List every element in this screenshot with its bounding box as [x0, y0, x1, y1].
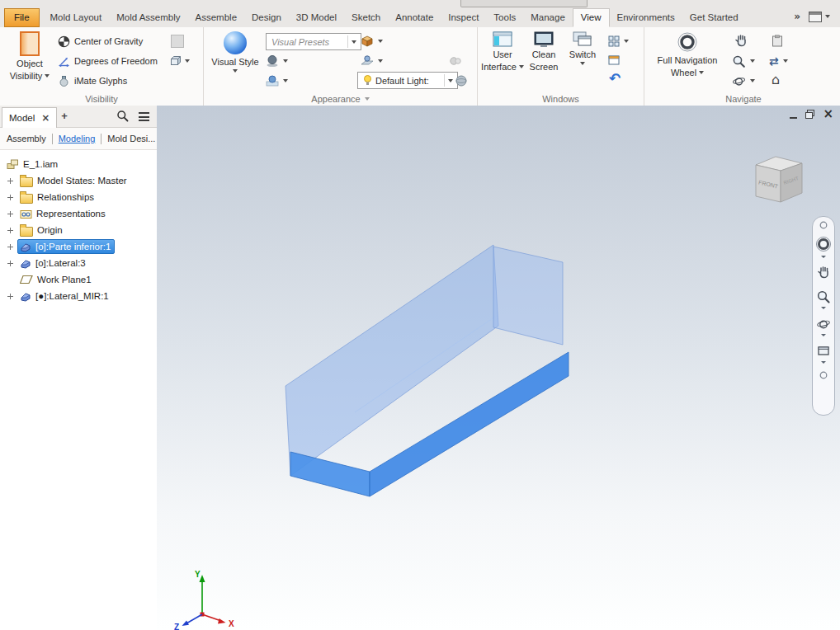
environment-button[interactable]	[455, 73, 468, 89]
switch-label: Switch	[569, 49, 596, 59]
tab-design[interactable]: Design	[244, 8, 289, 27]
expand-icon[interactable]	[7, 293, 14, 300]
viewport[interactable]: × FRONT RIGHT	[157, 106, 840, 630]
visual-style-button[interactable]: Visual Style	[210, 31, 260, 73]
triad-x-label: X	[229, 619, 234, 628]
user-interface-button[interactable]: User Interface	[483, 31, 522, 72]
reflections-icon	[266, 74, 279, 87]
tile-windows-button[interactable]	[608, 33, 629, 49]
switch-windows-button[interactable]: Switch	[564, 31, 601, 65]
default-light-combo[interactable]: Default Light:	[357, 72, 458, 89]
combo-dropdown-button[interactable]	[444, 74, 455, 87]
ground-plane-button[interactable]	[361, 53, 383, 69]
chevron-down-icon[interactable]	[821, 361, 826, 364]
search-icon[interactable]	[116, 110, 129, 124]
representations-icon	[20, 209, 32, 219]
tab-annotate[interactable]: Annotate	[388, 8, 441, 27]
browser-tab-model[interactable]: Model ×	[2, 107, 57, 128]
navbar-orbit-button[interactable]	[816, 317, 831, 331]
tree-item-root[interactable]: E_1.iam	[0, 156, 157, 172]
navbar-more-button[interactable]	[819, 371, 828, 379]
tab-mold-layout[interactable]: Mold Layout	[43, 8, 110, 27]
textures-button[interactable]	[361, 33, 383, 49]
look-at-button[interactable]: ⇄	[769, 53, 788, 69]
orbit-button[interactable]	[732, 73, 755, 89]
expand-icon[interactable]	[7, 243, 14, 251]
browser-menu-icon[interactable]	[139, 112, 149, 121]
tab-file[interactable]: File	[4, 8, 40, 27]
tree-item-lateral-mir[interactable]: [●]:Lateral_MIR:1	[0, 288, 157, 304]
close-icon[interactable]: ×	[41, 113, 50, 123]
tree-item-relationships[interactable]: Relationships	[0, 189, 157, 205]
group-label-visibility: Visibility	[85, 94, 118, 104]
chevron-down-icon[interactable]	[821, 307, 826, 309]
new-window-icon	[608, 54, 620, 66]
chevron-down-icon[interactable]	[821, 334, 826, 336]
shadows-button[interactable]	[266, 53, 288, 69]
panel-expand-icon[interactable]	[365, 97, 370, 101]
clean-screen-button[interactable]: Clean Screen	[525, 31, 563, 72]
clean-screen-label2: Screen	[530, 62, 559, 72]
tab-inspect[interactable]: Inspect	[441, 8, 486, 27]
tab-view[interactable]: View	[573, 8, 610, 27]
model-band-left[interactable]	[290, 452, 370, 496]
minimize-icon[interactable]	[790, 110, 797, 119]
chevron-down-icon[interactable]	[821, 256, 826, 258]
tree-item-origin[interactable]: Origin	[0, 222, 157, 238]
close-icon[interactable]: ×	[823, 110, 833, 119]
degrees-of-freedom-button[interactable]: Degrees of Freedom	[58, 53, 158, 69]
tree-item-representations[interactable]: Representations	[0, 205, 157, 222]
undo-view-button[interactable]: ↶	[609, 70, 621, 87]
tab-environments[interactable]: Environments	[610, 8, 682, 27]
new-window-button[interactable]	[608, 52, 620, 68]
center-of-gravity-button[interactable]: Center of Gravity	[58, 33, 143, 49]
zoom-button[interactable]	[732, 53, 755, 69]
navbar-zoom-button[interactable]	[816, 289, 831, 304]
ribbon-group-windows: User Interface Clean Screen Switch ↶	[478, 27, 644, 106]
tree-item-label: Origin	[37, 225, 63, 235]
expand-icon[interactable]	[7, 260, 14, 267]
tab-3d-model[interactable]: 3D Model	[289, 8, 344, 27]
navbar-pan-button[interactable]	[816, 265, 831, 280]
tree-item-work-plane[interactable]: Work Plane1	[0, 271, 157, 288]
navbar-wheel-button[interactable]	[814, 235, 833, 253]
ribbon-overflow-icon[interactable]: »	[794, 11, 799, 22]
model-plane-large[interactable]	[286, 245, 498, 476]
tab-mold-assembly[interactable]: Mold Assembly	[109, 8, 187, 27]
pan-button[interactable]	[734, 32, 748, 49]
navbar-options-button[interactable]	[819, 221, 828, 229]
add-browser-tab-button[interactable]: +	[58, 109, 71, 122]
subtab-assembly[interactable]: Assembly	[7, 134, 46, 143]
tab-manage[interactable]: Manage	[523, 8, 573, 27]
tab-get-started[interactable]: Get Started	[682, 8, 746, 27]
expand-icon[interactable]	[7, 194, 14, 201]
tree-item-model-states[interactable]: Model States: Master	[0, 172, 157, 189]
navigation-wheel-icon	[677, 31, 698, 53]
home-view-button[interactable]: ⌂	[772, 72, 780, 88]
navigation-bar-toggle[interactable]	[772, 32, 783, 49]
restore-icon[interactable]	[805, 110, 814, 119]
ribbon-group-navigate: Full Navigation Wheel ⇄ ⌂	[644, 27, 840, 106]
dof-options-button[interactable]	[169, 53, 190, 69]
tree-item-parte-inferior[interactable]: [o]:Parte inferior:1	[0, 238, 157, 255]
visual-presets-combo[interactable]: Visual Presets	[266, 33, 361, 50]
tab-tools[interactable]: Tools	[486, 8, 523, 27]
subtab-modeling[interactable]: Modeling	[59, 134, 96, 143]
navbar-look-at-button[interactable]	[816, 344, 831, 359]
reflections-button[interactable]	[266, 73, 288, 89]
object-visibility-button[interactable]: Object Visibility	[4, 31, 55, 81]
view-cube[interactable]: FRONT RIGHT	[748, 148, 819, 211]
imate-glyphs-button[interactable]: iMate Glyphs	[58, 73, 127, 89]
subtab-mold-design[interactable]: Mold Desi...	[107, 134, 155, 143]
expand-icon[interactable]	[7, 227, 14, 234]
model-plane-right[interactable]	[493, 247, 563, 345]
tree-item-lateral[interactable]: [o]:Lateral:3	[0, 255, 157, 271]
expand-icon[interactable]	[7, 177, 14, 185]
expand-icon[interactable]	[7, 210, 14, 218]
browser-header: Model × +	[0, 106, 157, 128]
tab-assemble[interactable]: Assemble	[188, 8, 245, 27]
ribbon-display-options-button[interactable]	[809, 12, 830, 22]
full-navigation-wheel-button[interactable]: Full Navigation Wheel	[653, 31, 722, 78]
combo-dropdown-button[interactable]	[347, 35, 359, 48]
tab-sketch[interactable]: Sketch	[344, 8, 388, 27]
